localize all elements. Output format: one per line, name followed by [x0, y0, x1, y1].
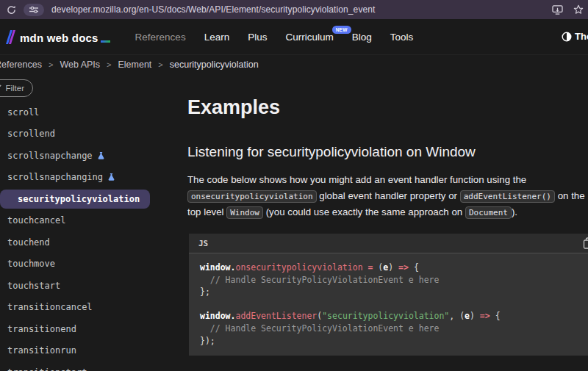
- theme-icon: [562, 32, 572, 42]
- sidebar-item-label: transitionstart: [7, 367, 87, 371]
- sidebar-item-label: touchcancel: [7, 215, 65, 226]
- experimental-flask-icon: [97, 151, 105, 160]
- sidebar-item-pill: touchstart: [7, 281, 60, 291]
- sidebar-item-pill: scrollsnapchanging: [7, 172, 115, 182]
- intro-paragraph: The code below shows how you might add a…: [187, 172, 588, 221]
- sidebar-item-touchstart[interactable]: touchstart: [0, 275, 173, 297]
- code-header: JS: [189, 234, 588, 253]
- filter-label: Filter: [5, 84, 24, 93]
- breadcrumb-item[interactable]: securitypolicyviolation: [170, 60, 259, 70]
- sidebar-item-transitionend[interactable]: transitionend: [0, 318, 173, 340]
- sidebar-item-label: scrollsnapchanging: [7, 172, 103, 182]
- sidebar-item-pill: transitioncancel: [7, 302, 93, 312]
- sidebar-item-scrollsnapchanging[interactable]: scrollsnapchanging: [0, 167, 173, 189]
- sidebar-item-transitioncancel[interactable]: transitioncancel: [0, 297, 173, 319]
- mdn-logo[interactable]: mdn web docs: [6, 30, 110, 44]
- nav-item-learn[interactable]: Learn: [204, 32, 230, 43]
- code-line: };: [200, 286, 588, 298]
- code-line: window.onsecuritypolicyviolation = (e) =…: [200, 262, 588, 274]
- code-language-label: JS: [198, 239, 208, 248]
- nav-item-references[interactable]: References: [135, 32, 186, 43]
- sidebar-item-transitionrun[interactable]: transitionrun: [0, 340, 173, 362]
- sidebar-item-touchmove[interactable]: touchmove: [0, 253, 173, 275]
- mdn-logo-slash-icon: [6, 30, 16, 44]
- sidebar-item-label: touchend: [7, 237, 50, 248]
- mdn-header: mdn web docs ReferencesLearnPlusCurricul…: [0, 19, 588, 55]
- sidebar-item-pill: transitionrun: [7, 345, 76, 356]
- nav-new-badge: NEW: [332, 26, 351, 34]
- sidebar-item-label: scrollsnapchange: [7, 151, 93, 161]
- breadcrumb-item[interactable]: References: [0, 60, 42, 70]
- bookmark-star-icon[interactable]: [573, 4, 584, 15]
- code-line: [200, 298, 588, 311]
- sidebar-item-pill: touchmove: [7, 259, 55, 269]
- breadcrumb-separator: >: [49, 60, 53, 69]
- browser-topbar: developer.mozilla.org/en-US/docs/Web/API…: [0, 0, 588, 19]
- nav-item-plus[interactable]: Plus: [248, 32, 267, 43]
- sidebar-item-label: scroll: [7, 107, 39, 118]
- topbar-actions: [552, 4, 588, 15]
- sidebar-filter-button[interactable]: Filter: [0, 79, 33, 97]
- sidebar-item-securitypolicyviolation[interactable]: securitypolicyviolation: [0, 188, 173, 210]
- inline-code: onsecuritypolicyviolation: [187, 190, 317, 203]
- copy-icon[interactable]: [583, 237, 588, 249]
- sidebar-item-label: touchstart: [7, 281, 60, 291]
- sidebar-item-pill: scroll: [7, 107, 39, 118]
- mdn-page: developer.mozilla.org/en-US/docs/Web/API…: [0, 0, 588, 371]
- sidebar-item-touchcancel[interactable]: touchcancel: [0, 210, 173, 232]
- breadcrumb-separator: >: [158, 60, 162, 69]
- site-info-icon[interactable]: [24, 4, 44, 16]
- mdn-logo-underscore: [101, 40, 110, 43]
- sidebar-item-pill: scrollend: [7, 129, 55, 139]
- sidebar-item-label: touchmove: [7, 259, 55, 269]
- section-heading: Examples: [187, 96, 280, 119]
- nav-item-curriculum[interactable]: CurriculumNEW: [285, 32, 333, 43]
- nav-item-blog[interactable]: Blog: [352, 32, 372, 43]
- sidebar-item-scrollend[interactable]: scrollend: [0, 123, 173, 145]
- nav-item-tools[interactable]: Tools: [390, 32, 414, 43]
- code-body[interactable]: window.onsecuritypolicyviolation = (e) =…: [189, 253, 588, 356]
- sidebar-item-label: transitionend: [7, 324, 76, 334]
- theme-toggle-button[interactable]: The: [562, 31, 588, 42]
- sidebar-item-scrollsnapchange[interactable]: scrollsnapchange: [0, 145, 173, 167]
- breadcrumb-item[interactable]: Element: [118, 60, 151, 70]
- sidebar-item-pill: scrollsnapchange: [7, 151, 105, 161]
- sidebar-item-pill: touchcancel: [7, 215, 65, 226]
- sidebar-item-touchend[interactable]: touchend: [0, 231, 173, 253]
- code-line: });: [200, 335, 588, 347]
- sidebar-item-scroll[interactable]: scroll: [0, 101, 173, 123]
- sidebar-event-list: scrollscrollendscrollsnapchangescrollsna…: [0, 101, 173, 371]
- breadcrumb: References>Web APIs>Element>securitypoli…: [0, 60, 259, 70]
- sidebar-item-pill: touchend: [7, 237, 50, 248]
- sidebar-item-pill: transitionstart: [7, 367, 87, 371]
- sidebar-item-label: transitionrun: [7, 345, 76, 356]
- sidebar-item-label: securitypolicyviolation: [18, 194, 140, 204]
- send-to-device-icon[interactable]: [552, 5, 563, 15]
- subsection-heading: Listening for securitypolicyviolation on…: [187, 144, 476, 160]
- code-line: // Handle SecurityPolicyViolationEvent e…: [200, 323, 588, 335]
- inline-code: Document: [465, 206, 512, 219]
- address-bar[interactable]: developer.mozilla.org/en-US/docs/Web/API…: [51, 4, 552, 15]
- inline-code: Window: [226, 206, 263, 219]
- code-line: window.addEventListener("securitypolicyv…: [200, 310, 588, 323]
- sidebar-item-pill: transitionend: [7, 324, 76, 334]
- sidebar-item-label: transitioncancel: [7, 302, 93, 312]
- sidebar-item-label: scrollend: [7, 129, 55, 139]
- experimental-flask-icon: [107, 173, 115, 181]
- filter-funnel-icon: [0, 84, 1, 92]
- reload-icon[interactable]: [5, 4, 17, 15]
- header-nav: ReferencesLearnPlusCurriculumNEWBlogTool…: [135, 32, 414, 43]
- code-line: // Handle SecurityPolicyViolationEvent e…: [200, 274, 588, 287]
- mdn-logo-text: mdn web docs: [20, 32, 98, 44]
- breadcrumb-separator: >: [107, 60, 111, 69]
- sidebar-item-pill: securitypolicyviolation: [0, 190, 150, 209]
- breadcrumb-item[interactable]: Web APIs: [60, 60, 100, 70]
- theme-toggle-label: The: [575, 31, 588, 42]
- inline-code: addEventListener(): [460, 190, 555, 203]
- sidebar-item-transitionstart[interactable]: transitionstart: [0, 361, 173, 371]
- code-example-block: JS window.onsecuritypolicyviolation = (e…: [189, 234, 588, 356]
